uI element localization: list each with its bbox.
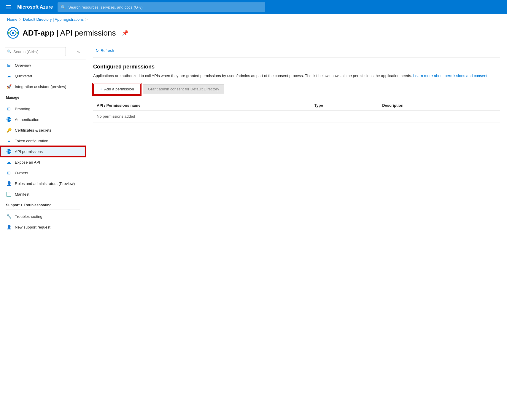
certificates-icon: 🔑 (6, 127, 12, 133)
sidebar-item-overview-label: Overview (15, 63, 31, 68)
search-container: 🔍 (58, 2, 265, 12)
breadcrumb-sep1: > (19, 17, 21, 22)
sidebar-item-owners-label: Owners (15, 171, 28, 175)
branding-icon: ⊞ (6, 106, 12, 112)
manifest-icon: {} (6, 191, 12, 197)
sidebar-divider-support (6, 210, 80, 210)
description-text: Applications are authorized to call APIs… (93, 74, 413, 78)
troubleshooting-icon: 🔧 (6, 213, 12, 219)
app-name: ADT-app (23, 28, 54, 37)
page-header: ADT-app | API permissions 📌 (0, 25, 507, 44)
table-row: No permissions added (93, 110, 500, 122)
plus-icon: + (100, 87, 102, 92)
breadcrumb-directory[interactable]: Default Directory | App registrations (23, 17, 84, 22)
breadcrumb: Home > Default Directory | App registrat… (0, 14, 507, 25)
expose-api-icon: ☁ (6, 159, 12, 165)
sidebar-item-roles-label: Roles and administrators (Preview) (15, 181, 75, 186)
sidebar-item-certificates[interactable]: 🔑 Certificates & secrets (0, 125, 86, 135)
main-content: ↻ Refresh Configured permissions Applica… (86, 44, 507, 420)
sidebar-item-overview[interactable]: ⊞ Overview (0, 60, 86, 71)
svg-point-6 (16, 32, 18, 34)
refresh-icon: ↻ (96, 48, 99, 53)
sidebar-item-token[interactable]: ≡ Token configuration (0, 135, 86, 146)
svg-point-12 (8, 151, 9, 152)
brand-name: Microsoft Azure (17, 4, 53, 10)
sidebar-divider-manage (6, 102, 80, 102)
permissions-table-head: API / Permissions name Type Description (93, 101, 500, 110)
sidebar-item-branding-label: Branding (15, 107, 30, 111)
top-navigation: Microsoft Azure 🔍 (0, 0, 507, 14)
svg-point-5 (8, 32, 10, 34)
overview-icon: ⊞ (6, 62, 12, 68)
breadcrumb-sep2: > (85, 17, 88, 22)
sidebar-item-troubleshooting-label: Troubleshooting (15, 214, 42, 219)
refresh-button[interactable]: ↻ Refresh (93, 47, 117, 54)
main-layout: 🔍 « ⊞ Overview ☁ Quickstart 🚀 Integratio… (0, 44, 507, 420)
add-permission-label: Add a permission (104, 87, 134, 91)
sidebar-item-integration-label: Integration assistant (preview) (15, 84, 66, 89)
col-header-description: Description (379, 101, 500, 110)
sidebar-item-expose-api-label: Expose an API (15, 160, 40, 165)
sidebar-item-integration[interactable]: 🚀 Integration assistant (preview) (0, 81, 86, 92)
owners-icon: ⊞ (6, 170, 12, 176)
col-header-type: Type (311, 101, 379, 110)
sidebar-item-token-label: Token configuration (15, 139, 48, 143)
refresh-label: Refresh (101, 48, 114, 53)
global-search-input[interactable] (58, 2, 265, 12)
breadcrumb-home[interactable]: Home (7, 17, 18, 22)
sidebar-search-icon: 🔍 (7, 49, 12, 54)
no-permissions-text: No permissions added (93, 110, 500, 122)
sidebar-item-troubleshooting[interactable]: 🔧 Troubleshooting (0, 211, 86, 222)
permissions-table: API / Permissions name Type Description … (93, 101, 500, 122)
authentication-icon (6, 116, 12, 122)
grant-consent-button[interactable]: Grant admin consent for Default Director… (143, 84, 224, 94)
table-header-row: API / Permissions name Type Description (93, 101, 500, 110)
page-title: ADT-app | API permissions (23, 28, 116, 38)
roles-icon: 👤 (6, 181, 12, 186)
action-buttons: + Add a permission Grant admin consent f… (93, 84, 500, 95)
col-header-api-name: API / Permissions name (93, 101, 311, 110)
add-permission-button[interactable]: + Add a permission (93, 84, 141, 95)
sidebar-item-new-support[interactable]: 👤 New support request (0, 222, 86, 232)
integration-icon: 🚀 (6, 84, 12, 90)
sidebar-item-expose-api[interactable]: ☁ Expose an API (0, 157, 86, 167)
sidebar-item-api-permissions-wrapper: API permissions (0, 146, 86, 157)
sidebar-collapse-button[interactable]: « (76, 48, 81, 55)
sidebar-item-authentication[interactable]: Authentication (0, 114, 86, 125)
sidebar-item-branding[interactable]: ⊞ Branding (0, 103, 86, 114)
sidebar-item-new-support-label: New support request (15, 225, 50, 229)
svg-point-2 (12, 32, 14, 34)
sidebar: 🔍 « ⊞ Overview ☁ Quickstart 🚀 Integratio… (0, 44, 86, 420)
sidebar-item-api-permissions[interactable]: API permissions (0, 146, 86, 157)
sidebar-item-owners[interactable]: ⊞ Owners (0, 167, 86, 178)
sidebar-item-authentication-label: Authentication (15, 117, 39, 122)
api-permissions-icon (6, 148, 12, 154)
quickstart-icon: ☁ (6, 73, 12, 79)
sidebar-search-input[interactable] (5, 47, 66, 56)
app-icon (7, 27, 19, 39)
sidebar-search-wrap: 🔍 (5, 47, 74, 56)
section-description: Applications are authorized to call APIs… (93, 73, 500, 79)
sidebar-search-area: 🔍 « (0, 44, 86, 60)
sidebar-item-manifest-label: Manifest (15, 192, 29, 197)
sidebar-manage-section: Manage (0, 92, 86, 101)
permissions-table-body: No permissions added (93, 110, 500, 122)
svg-text:{}: {} (8, 193, 9, 196)
sidebar-item-quickstart-label: Quickstart (15, 74, 32, 78)
sidebar-item-api-permissions-label: API permissions (15, 149, 43, 154)
page-section: API permissions (60, 28, 116, 37)
pin-icon[interactable]: 📌 (122, 30, 128, 36)
title-sep: | (56, 28, 60, 37)
section-title: Configured permissions (93, 64, 500, 70)
sidebar-item-manifest[interactable]: {} Manifest (0, 189, 86, 199)
token-icon: ≡ (6, 138, 12, 144)
new-support-icon: 👤 (6, 224, 12, 230)
toolbar: ↻ Refresh (93, 44, 500, 58)
hamburger-menu[interactable] (5, 4, 12, 10)
sidebar-item-quickstart[interactable]: ☁ Quickstart (0, 71, 86, 81)
learn-more-link[interactable]: Learn more about permissions and consent (413, 74, 487, 78)
grant-consent-label: Grant admin consent for Default Director… (148, 87, 219, 91)
sidebar-item-certificates-label: Certificates & secrets (15, 128, 51, 132)
sidebar-support-section: Support + Troubleshooting (0, 199, 86, 208)
sidebar-item-roles[interactable]: 👤 Roles and administrators (Preview) (0, 178, 86, 189)
